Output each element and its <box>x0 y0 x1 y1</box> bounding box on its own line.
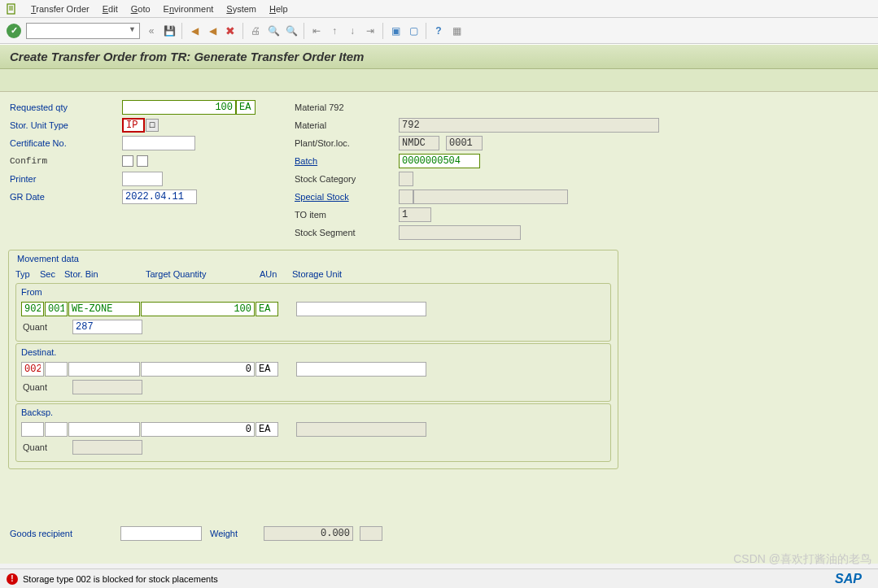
plant-input <box>399 136 439 150</box>
content: Requested qty Stor. Unit Type ☐ Certific… <box>0 92 878 564</box>
enter-button[interactable]: ✓ <box>7 24 21 38</box>
from-uom[interactable] <box>256 302 278 316</box>
movement-panel: Movement data Typ Sec Stor. Bin Target Q… <box>8 250 618 469</box>
dest-su[interactable] <box>296 362 426 377</box>
specstock-input2 <box>413 189 568 204</box>
titlebar: Create Transfer Order from TR: Generate … <box>0 44 878 69</box>
prev-page-icon[interactable]: ↑ <box>326 23 343 39</box>
dest-title: Destinat. <box>21 347 605 357</box>
menubar: TTransfer Orderransfer Order Edit Goto E… <box>0 0 878 18</box>
back-double-icon[interactable]: « <box>143 23 159 39</box>
confirm-label: Confirm <box>8 156 122 166</box>
error-icon: ! <box>7 573 18 585</box>
toitem-label: TO item <box>293 210 399 220</box>
cert-input[interactable] <box>122 136 195 150</box>
goods-recipient-label: Goods recipient <box>8 529 114 538</box>
back-qty[interactable] <box>141 422 255 437</box>
grdate-input[interactable] <box>122 189 197 204</box>
requested-qty-uom[interactable] <box>236 100 256 115</box>
dest-sec[interactable] <box>45 362 68 377</box>
specstock-label[interactable]: Special Stock <box>293 192 399 202</box>
specstock-input1 <box>399 189 413 204</box>
from-quant[interactable] <box>72 320 142 334</box>
confirm-checkbox-1[interactable] <box>122 155 133 167</box>
stockcat-input <box>399 172 413 186</box>
shortcut-icon[interactable]: ▢ <box>405 23 422 39</box>
new-session-icon[interactable]: ▣ <box>387 23 404 39</box>
sub-toolbar <box>0 69 878 92</box>
back-panel: Backsp. Quant <box>15 403 611 462</box>
save-icon[interactable]: 💾 <box>161 23 177 39</box>
find-icon[interactable]: 🔍 <box>265 23 282 39</box>
stockcat-label: Stock Category <box>293 174 399 184</box>
printer-input[interactable] <box>122 172 163 186</box>
command-field[interactable] <box>26 23 140 39</box>
menu-edit[interactable]: Edit <box>96 2 124 15</box>
goods-recipient-input[interactable] <box>120 526 202 541</box>
toitem-input <box>399 207 431 222</box>
layout-icon[interactable]: ▦ <box>448 23 465 39</box>
watermark: CSDN @喜欢打酱油的老鸟 <box>733 552 871 567</box>
svg-rect-0 <box>7 4 15 14</box>
from-quant-label: Quant <box>21 322 72 332</box>
back-bin[interactable] <box>68 422 140 437</box>
back-title: Backsp. <box>21 407 605 417</box>
menu-transfer-order[interactable]: TTransfer Orderransfer Order <box>24 2 96 15</box>
print-icon[interactable]: 🖨 <box>247 23 264 39</box>
material-label: Material <box>293 120 399 130</box>
dest-typ[interactable] <box>21 362 44 377</box>
stockseg-label: Stock Segment <box>293 228 399 237</box>
hdr-aun: AUn <box>260 269 292 279</box>
find-next-icon[interactable]: 🔍 <box>283 23 299 39</box>
last-page-icon[interactable]: ⇥ <box>362 23 378 39</box>
from-sec[interactable] <box>45 302 68 316</box>
sut-input[interactable] <box>122 118 145 133</box>
from-title: From <box>21 287 605 297</box>
sut-f4-icon[interactable]: ☐ <box>146 119 159 132</box>
dest-qty[interactable] <box>141 362 255 377</box>
cert-label: Certificate No. <box>8 138 122 148</box>
weight-label: Weight <box>208 529 257 538</box>
cancel-icon[interactable]: ✖ <box>222 23 238 39</box>
menu-goto[interactable]: Goto <box>124 2 157 15</box>
page-title: Create Transfer Order from TR: Generate … <box>10 50 868 63</box>
stockseg-input <box>399 225 521 240</box>
back-icon[interactable]: ◀ <box>186 23 203 39</box>
exit-icon[interactable]: ◀ <box>204 23 221 39</box>
hdr-sec: Sec <box>40 269 64 279</box>
weight-input <box>264 526 353 541</box>
from-bin[interactable] <box>68 302 140 316</box>
from-su[interactable] <box>296 302 426 316</box>
hdr-bin: Stor. Bin <box>64 269 146 279</box>
next-page-icon[interactable]: ↓ <box>344 23 360 39</box>
hdr-typ: Typ <box>15 269 40 279</box>
requested-qty-input[interactable] <box>122 100 236 115</box>
back-uom[interactable] <box>256 422 278 437</box>
from-panel: From Quant <box>15 283 611 342</box>
back-typ[interactable] <box>21 422 44 437</box>
from-typ[interactable] <box>21 302 44 316</box>
menu-help[interactable]: Help <box>263 2 295 15</box>
from-qty[interactable] <box>141 302 255 316</box>
status-text: Storage type 002 is blocked for stock pl… <box>23 574 218 584</box>
dest-bin[interactable] <box>68 362 140 377</box>
dest-quant-label: Quant <box>21 382 72 392</box>
menu-system[interactable]: System <box>220 2 263 15</box>
help-icon[interactable]: ? <box>430 23 447 39</box>
grdate-label: GR Date <box>8 192 122 202</box>
material-input <box>399 118 659 133</box>
printer-label: Printer <box>8 174 122 184</box>
dest-quant <box>72 380 142 394</box>
movement-title: Movement data <box>15 250 611 267</box>
requested-qty-label: Requested qty <box>8 102 122 112</box>
material-header: Material 792 <box>293 102 344 112</box>
batch-label[interactable]: Batch <box>293 156 399 166</box>
first-page-icon[interactable]: ⇤ <box>308 23 325 39</box>
confirm-checkbox-2[interactable] <box>137 155 148 167</box>
dest-uom[interactable] <box>256 362 278 377</box>
back-sec[interactable] <box>45 422 68 437</box>
batch-input[interactable] <box>399 154 480 168</box>
menu-environment[interactable]: Environment <box>157 2 221 15</box>
back-quant <box>72 440 142 455</box>
hdr-su: Storage Unit <box>292 269 390 279</box>
